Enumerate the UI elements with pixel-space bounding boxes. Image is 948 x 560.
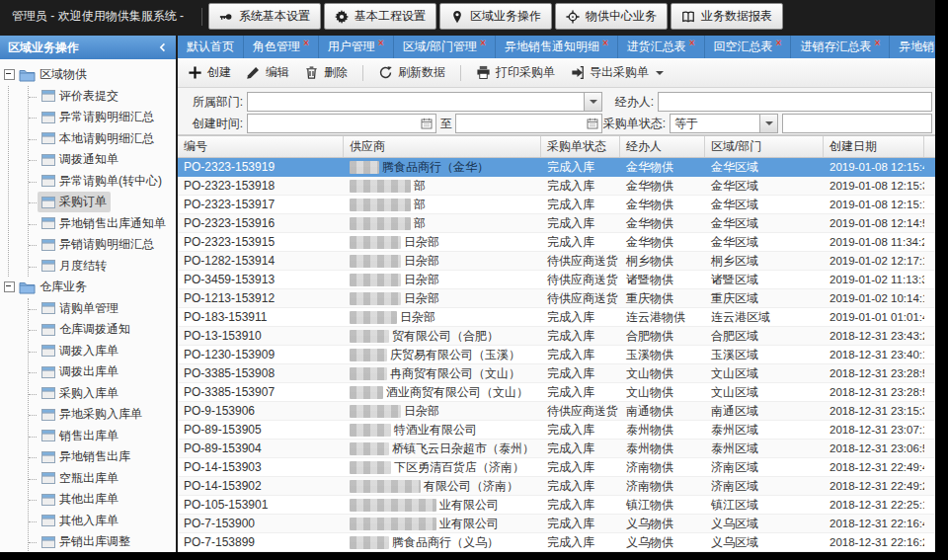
sidebar-item[interactable]: 其他出库单 bbox=[29, 489, 176, 511]
sidebar-item[interactable]: 异常请购单(转中心) bbox=[29, 171, 176, 193]
table-row[interactable]: PO-9-153906日杂部待供应商送货南通物供南通区域2018-12-31 2… bbox=[178, 402, 935, 421]
table-row[interactable]: PO-7-153900业有限公司完成入库义乌物供义乌区域2018-12-31 2… bbox=[178, 515, 935, 533]
table-row[interactable]: PO-1230-153909庆贸易有限公司（玉溪）完成入库玉溪物供玉溪区域201… bbox=[178, 346, 935, 364]
tab-close-icon[interactable]: × bbox=[378, 36, 384, 54]
table-row[interactable]: PO-1282-153914日杂部待供应商送货桐乡物供桐乡区域2019-01-0… bbox=[178, 252, 935, 271]
table-row[interactable]: PO-2323-153918部完成入库金华物供金华区域2019-01-08 12… bbox=[178, 177, 935, 196]
operator-input[interactable] bbox=[658, 92, 932, 112]
column-header[interactable]: 区域/部门 bbox=[705, 136, 824, 157]
table-row[interactable]: PO-14-153903下区勇清百货店（济南）完成入库济南物供济南区域2018-… bbox=[178, 458, 935, 477]
column-header[interactable]: 创建日期 bbox=[824, 136, 924, 157]
chevron-down-icon[interactable] bbox=[759, 115, 777, 132]
redacted-supplier-block bbox=[350, 180, 411, 193]
redacted-supplier-block bbox=[350, 461, 391, 474]
menu-button-supply-center[interactable]: 物供中心业务 bbox=[555, 3, 668, 30]
export-button[interactable]: 导出采购单 bbox=[570, 64, 664, 81]
column-header[interactable]: 编号 bbox=[178, 136, 344, 157]
tab-item[interactable]: 用户管理× bbox=[319, 36, 394, 58]
sidebar-item[interactable]: 其他入库单 bbox=[29, 511, 176, 532]
table-row[interactable]: PO-7-153899腾食品商行（义乌）完成入库义乌物供义乌区域2018-12-… bbox=[178, 533, 935, 552]
tab-label: 进货汇总表 bbox=[627, 36, 686, 58]
sidebar-item[interactable]: 销售出库单 bbox=[29, 426, 176, 447]
created-from-input[interactable] bbox=[247, 114, 436, 133]
sidebar-item[interactable]: 异销出库调整 bbox=[29, 531, 176, 552]
cell-status: 完成入库 bbox=[541, 496, 620, 514]
sidebar-item[interactable]: 调拨入库单 bbox=[29, 341, 176, 362]
tab-item[interactable]: 角色管理× bbox=[244, 36, 319, 58]
sidebar-item[interactable]: 采购订单 bbox=[29, 192, 176, 213]
table-row[interactable]: PO-3385-153908冉商贸有限公司（文山）完成入库文山物供文山区域201… bbox=[178, 364, 935, 383]
table-row[interactable]: PO-89-153904桥镇飞云日杂超市（泰州）完成入库泰州物供泰州区域2018… bbox=[178, 440, 935, 458]
menu-button-data-reports[interactable]: 业务数据报表 bbox=[671, 3, 783, 30]
column-header[interactable]: 供应商 bbox=[344, 136, 541, 157]
table-row[interactable]: PO-2323-153919腾食品商行（金华）完成入库金华物供金华区域2019-… bbox=[178, 158, 935, 177]
table-row[interactable]: PO-105-153901业有限公司完成入库镇江物供镇江区域2018-12-31… bbox=[178, 496, 935, 515]
table-row[interactable]: PO-183-153911日杂部完成入库连云港物供连云港区域2019-01-01… bbox=[178, 308, 935, 327]
status-operator-select[interactable]: 等于 bbox=[670, 114, 778, 133]
table-row[interactable]: PO-2323-153915日杂部完成入库金华物供金华区域2019-01-08 … bbox=[178, 233, 935, 252]
tab-bar: 默认首页角色管理×用户管理×区域/部门管理×异地销售通知明细×进货汇总表×回空汇… bbox=[178, 36, 935, 58]
status-value-input[interactable] bbox=[782, 114, 932, 133]
sidebar-item[interactable]: 异地销售出库 bbox=[29, 446, 176, 468]
cell-created-date: 2018-12-31 22:49:29 bbox=[824, 477, 924, 495]
column-header[interactable]: 经办人 bbox=[620, 136, 705, 157]
tab-close-icon[interactable]: × bbox=[874, 36, 880, 54]
tab-close-icon[interactable]: × bbox=[602, 36, 608, 54]
tab-close-icon[interactable]: × bbox=[689, 36, 695, 54]
tree-folder-row[interactable]: 区域物供 bbox=[0, 64, 176, 86]
table-row[interactable]: PO-2323-153917部完成入库金华物供金华区域2019-01-08 12… bbox=[178, 196, 935, 214]
tab-close-icon[interactable]: × bbox=[776, 36, 782, 54]
tab-item[interactable]: 区域/部门管理× bbox=[394, 36, 496, 58]
sidebar-item[interactable]: 仓库调拨通知 bbox=[29, 319, 176, 341]
delete-button[interactable]: 删除 bbox=[304, 64, 348, 81]
tab-item[interactable]: 进货汇总表× bbox=[618, 36, 705, 58]
sidebar-item[interactable]: 异地采购入库单 bbox=[29, 404, 176, 426]
sidebar-item[interactable]: 空瓶出库单 bbox=[29, 468, 176, 490]
refresh-button[interactable]: 刷新数据 bbox=[378, 64, 445, 81]
sidebar-item[interactable]: 调拨出库单 bbox=[29, 361, 176, 383]
print-button[interactable]: 打印采购单 bbox=[476, 64, 555, 81]
created-to-input[interactable] bbox=[455, 114, 602, 133]
department-select[interactable] bbox=[247, 92, 602, 112]
sidebar-item[interactable]: 本地请购明细汇总 bbox=[29, 128, 176, 150]
table-row[interactable]: PO-89-153905特酒业有限公司完成入库泰州物供泰州区域2018-12-3… bbox=[178, 421, 935, 440]
column-header[interactable]: 采购单状态 bbox=[541, 136, 620, 157]
cell-status: 待供应商送货 bbox=[541, 289, 620, 307]
table-row[interactable]: PO-3459-153913日杂部待供应商送货诸暨物供诸暨区域2019-01-0… bbox=[178, 271, 935, 289]
sidebar-item[interactable]: 采购入库单 bbox=[29, 383, 176, 405]
sidebar-item[interactable]: 请购单管理 bbox=[29, 298, 176, 320]
sidebar-item[interactable]: 异常请购明细汇总 bbox=[29, 107, 176, 128]
tab-close-icon[interactable]: × bbox=[303, 36, 309, 54]
sidebar-item[interactable]: 月度结转 bbox=[29, 256, 176, 278]
menu-button-region-operations[interactable]: 区域业务操作 bbox=[439, 3, 552, 30]
date-range-to-label: 至 bbox=[439, 114, 453, 133]
table-row[interactable]: PO-3385-153907酒业商贸有限公司（文山）完成入库文山物供文山区域20… bbox=[178, 383, 935, 402]
tab-item[interactable]: 异地销售通知明细× bbox=[496, 36, 618, 58]
chevron-down-icon[interactable] bbox=[584, 93, 601, 111]
sidebar-item[interactable]: 异销请购明细汇总 bbox=[29, 234, 176, 256]
menu-button-project-settings[interactable]: 基本工程设置 bbox=[324, 3, 436, 30]
edit-button[interactable]: 编辑 bbox=[246, 64, 289, 81]
sidebar-item[interactable]: 异地销售出库通知单 bbox=[29, 213, 176, 235]
sidebar-item[interactable]: 评价表提交 bbox=[29, 86, 176, 108]
tab-item[interactable]: 进销存汇总表× bbox=[791, 36, 890, 58]
menu-button-system-settings[interactable]: 系统基本设置 bbox=[208, 3, 321, 30]
tab-close-icon[interactable]: × bbox=[480, 36, 486, 54]
collapse-expander-icon[interactable] bbox=[4, 281, 15, 292]
collapse-sidebar-icon[interactable] bbox=[158, 42, 168, 52]
tab-item[interactable]: 回空汇总表× bbox=[705, 36, 792, 58]
sidebar-item[interactable]: 调拨通知单 bbox=[29, 149, 176, 171]
table-row[interactable]: PO-2323-153916部完成入库金华物供金华区域2019-01-08 12… bbox=[178, 214, 935, 233]
tree-node: 本地请购明细汇总 bbox=[38, 128, 158, 149]
tree-folder-row[interactable]: 仓库业务 bbox=[0, 277, 176, 298]
menu-button-label: 基本工程设置 bbox=[355, 8, 426, 25]
table-row[interactable]: PO-1213-153912日杂部待供应商送货重庆物供重庆区域2019-01-0… bbox=[178, 289, 935, 308]
cell-operator: 金华物供 bbox=[620, 233, 705, 251]
calendar-icon[interactable] bbox=[419, 116, 434, 131]
tab-item[interactable]: 默认首页 bbox=[178, 36, 244, 58]
table-row[interactable]: PO-13-153910贸有限公司（合肥）完成入库合肥物供合肥区域2018-12… bbox=[178, 327, 935, 346]
tab-item[interactable]: 异地销售调整明细× bbox=[890, 36, 935, 58]
collapse-expander-icon[interactable] bbox=[4, 69, 15, 80]
create-button[interactable]: 创建 bbox=[188, 64, 231, 81]
table-row[interactable]: PO-14-153902有限公司（济南）完成入库济南物供济南区域2018-12-… bbox=[178, 477, 935, 496]
